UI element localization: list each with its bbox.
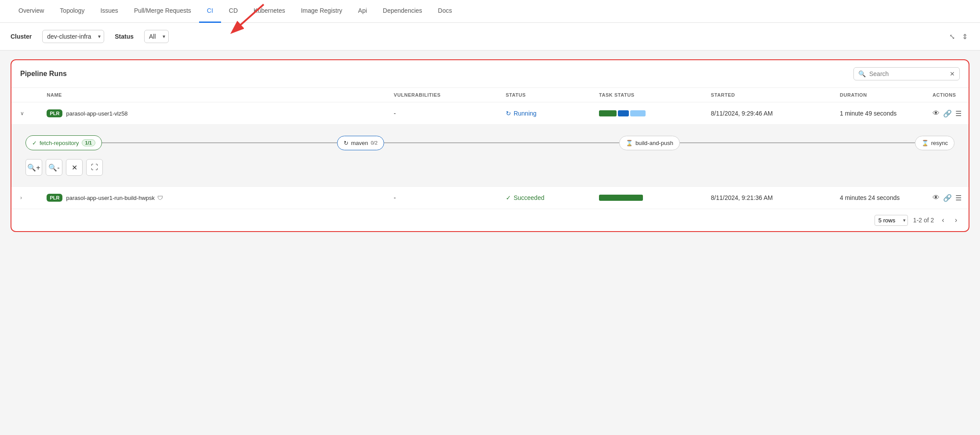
row-name-cell-1: PLR parasol-app-user1-vlz58 <box>47 109 380 117</box>
nav-item-api[interactable]: Api <box>350 0 375 23</box>
col-header-task: TASK STATUS <box>592 88 704 102</box>
link-icon-2[interactable]: 🔗 <box>943 194 952 202</box>
page-range: 1-2 of 2 <box>913 217 934 224</box>
row-vuln-1: - <box>387 102 499 125</box>
task-seg-blue <box>618 110 629 116</box>
table-header: NAME VULNERABILITIES STATUS TASK STATUS … <box>11 88 969 102</box>
pagination: 5 rows 10 rows 20 rows 1-2 of 2 ‹ › <box>11 209 969 231</box>
row-name-cell-2: PLR parasol-app-user1-run-build-hwpsk 🛡 <box>47 194 380 202</box>
status-label: Status <box>115 33 134 40</box>
pipeline-node-resync[interactable]: ⌛ resync <box>915 136 955 150</box>
nav-item-docs[interactable]: Docs <box>430 0 460 23</box>
table-row: ∨ PLR parasol-app-user1-vlz58 - ↻ Runnin… <box>11 102 969 125</box>
filter-bar-right: ⤡ ⇕ <box>947 31 969 43</box>
task-seg-green <box>599 110 617 116</box>
row-task-bar-1 <box>599 110 697 116</box>
row-duration-2: 4 minutes 24 seconds <box>833 187 926 209</box>
prev-page-btn[interactable]: ‹ <box>939 214 947 226</box>
collapse-btn[interactable]: ⤡ <box>947 31 957 43</box>
cluster-select-wrap[interactable]: dev-cluster-infra <box>42 30 104 43</box>
row-task-bar-2 <box>599 195 697 201</box>
expand-btn[interactable]: ⇕ <box>960 31 969 43</box>
top-nav: Overview Topology Issues Pull/Merge Requ… <box>0 0 980 23</box>
row-actions-2: 👁 🔗 ☰ <box>933 194 962 202</box>
connector-3 <box>680 142 915 143</box>
search-box[interactable]: 🔍 ✕ <box>853 67 960 80</box>
filter-bar: Cluster dev-cluster-infra Status All ⤡ ⇕ <box>0 23 980 51</box>
details-icon-2[interactable]: ☰ <box>955 194 962 202</box>
node-badge-fetch: 1/1 <box>82 139 95 146</box>
zoom-controls: 🔍+ 🔍- ✕ ⛶ <box>25 159 955 176</box>
search-icon: 🔍 <box>858 70 866 77</box>
node-label-resync: resync <box>931 140 948 146</box>
zoom-out-btn[interactable]: 🔍- <box>46 159 62 176</box>
rows-per-page-wrap[interactable]: 5 rows 10 rows 20 rows <box>875 215 908 226</box>
row-name-2: parasol-app-user1-run-build-hwpsk <box>66 195 155 201</box>
pipeline-diagram-row: ✓ fetch-repository 1/1 ↻ maven 0/2 <box>11 125 969 187</box>
running-spinner-icon: ↻ <box>506 110 511 117</box>
nav-item-issues[interactable]: Issues <box>92 0 126 23</box>
pipeline-flow: ✓ fetch-repository 1/1 ↻ maven 0/2 <box>25 135 955 150</box>
plr-badge-2: PLR <box>47 194 62 202</box>
details-icon[interactable]: ☰ <box>955 109 962 118</box>
row-vuln-2: - <box>387 187 499 209</box>
node-label-build: build-and-push <box>635 140 673 146</box>
view-logs-icon-2[interactable]: 👁 <box>933 194 940 202</box>
status-select[interactable]: All <box>144 30 169 43</box>
search-input[interactable] <box>869 70 946 77</box>
cluster-select[interactable]: dev-cluster-infra <box>42 30 104 43</box>
nav-item-topology[interactable]: Topology <box>52 0 92 23</box>
hourglass-icon-2: ⌛ <box>922 140 929 146</box>
fullscreen-btn[interactable]: ⛶ <box>86 159 103 176</box>
node-label-fetch: fetch-repository <box>40 140 79 146</box>
shield-icon: 🛡 <box>157 195 163 201</box>
check-circle-icon: ✓ <box>506 194 511 201</box>
pipeline-node-build[interactable]: ⌛ build-and-push <box>619 136 680 150</box>
panel-header: Pipeline Runs 🔍 ✕ <box>11 60 969 88</box>
cluster-label: Cluster <box>11 33 32 40</box>
row-expand-btn-2[interactable]: › <box>18 193 24 203</box>
task-seg-full-green <box>599 195 643 201</box>
col-header-status: STATUS <box>499 88 592 102</box>
rows-per-page-select[interactable]: 5 rows 10 rows 20 rows <box>875 215 908 226</box>
main-content: Pipeline Runs 🔍 ✕ NAME VULNERABILITIES S… <box>0 51 980 241</box>
pipeline-diagram: ✓ fetch-repository 1/1 ↻ maven 0/2 <box>11 125 969 186</box>
nav-item-dependencies[interactable]: Dependencies <box>375 0 430 23</box>
node-label-maven: maven <box>351 140 368 146</box>
col-header-actions: ACTIONS <box>926 88 969 102</box>
row-name-1: parasol-app-user1-vlz58 <box>66 110 127 117</box>
nav-item-image-registry[interactable]: Image Registry <box>293 0 350 23</box>
connector-1 <box>102 142 337 143</box>
table-row: › PLR parasol-app-user1-run-build-hwpsk … <box>11 187 969 209</box>
nav-item-cd[interactable]: CD <box>221 0 246 23</box>
pipeline-node-fetch[interactable]: ✓ fetch-repository 1/1 <box>25 135 102 150</box>
row-status-2: ✓ Succeeded <box>506 194 585 201</box>
row-status-1: ↻ Running <box>506 110 585 117</box>
spinner-icon: ↻ <box>344 140 348 146</box>
pipeline-node-maven[interactable]: ↻ maven 0/2 <box>337 136 384 150</box>
pipeline-runs-panel: Pipeline Runs 🔍 ✕ NAME VULNERABILITIES S… <box>11 59 969 232</box>
col-header-vuln: VULNERABILITIES <box>387 88 499 102</box>
next-page-btn[interactable]: › <box>952 214 960 226</box>
clear-search-icon[interactable]: ✕ <box>950 70 955 77</box>
link-icon[interactable]: 🔗 <box>943 109 952 118</box>
view-logs-icon[interactable]: 👁 <box>933 109 940 117</box>
row-actions-1: 👁 🔗 ☰ <box>933 109 962 118</box>
fit-btn[interactable]: ✕ <box>66 159 83 176</box>
pipeline-runs-table: NAME VULNERABILITIES STATUS TASK STATUS … <box>11 88 969 209</box>
connector-2 <box>384 142 619 143</box>
row-started-1: 8/11/2024, 9:29:46 AM <box>704 102 833 125</box>
hourglass-icon: ⌛ <box>626 140 633 146</box>
nav-item-pull-merge[interactable]: Pull/Merge Requests <box>126 0 199 23</box>
status-select-wrap[interactable]: All <box>144 30 169 43</box>
row-expand-btn-1[interactable]: ∨ <box>18 109 26 118</box>
node-badge-maven: 0/2 <box>371 140 377 145</box>
zoom-in-btn[interactable]: 🔍+ <box>25 159 42 176</box>
col-header-started: STARTED <box>704 88 833 102</box>
nav-item-kubernetes[interactable]: Kubernetes <box>246 0 293 23</box>
task-seg-lightblue <box>630 110 646 116</box>
nav-item-ci[interactable]: CI <box>199 0 221 23</box>
plr-badge-1: PLR <box>47 109 62 117</box>
nav-item-overview[interactable]: Overview <box>11 0 52 23</box>
col-header-name: NAME <box>40 88 387 102</box>
